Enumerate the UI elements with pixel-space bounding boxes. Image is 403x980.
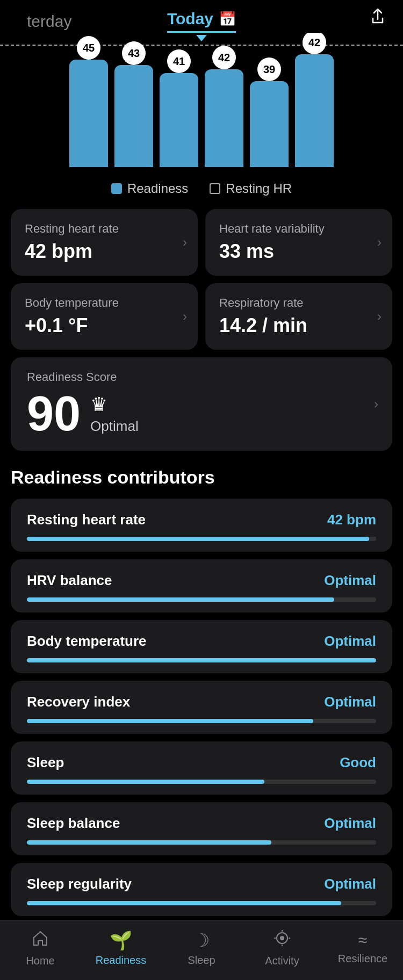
body-temp-value: +0.1 °F [25, 314, 184, 337]
contributor-hrv-name: HRV balance [27, 572, 112, 589]
chart-area: 45 43 41 42 39 42 [0, 33, 403, 172]
bar-label-3: 42 [212, 46, 236, 69]
home-icon [31, 929, 49, 952]
chart-bar-4: 39 [250, 69, 289, 167]
chart-dashed-line [0, 45, 403, 46]
contributor-sleep[interactable]: Sleep Good [11, 741, 392, 795]
body-temp-chevron: › [183, 309, 187, 324]
contributor-sleep-balance-name: Sleep balance [27, 815, 120, 832]
nav-label-readiness: Readiness [96, 954, 147, 967]
bar-0 [69, 60, 108, 167]
chart-bar-3: 42 [205, 57, 243, 167]
contributor-sleep-regularity-bar-fill [27, 901, 341, 905]
contributor-sleep-header: Sleep Good [27, 754, 376, 771]
contributor-hrv-balance[interactable]: HRV balance Optimal [11, 559, 392, 612]
contributor-resting-hr-name: Resting heart rate [27, 511, 146, 528]
bar-2 [160, 73, 198, 167]
contributor-sleep-bar-bg [27, 780, 376, 784]
resp-rate-label: Respiratory rate [219, 296, 378, 310]
contributors-title: Readiness contributors [0, 467, 403, 499]
resting-hr-card[interactable]: Resting heart rate 42 bpm › [11, 209, 198, 276]
nav-item-activity[interactable]: Activity [242, 929, 322, 967]
nav-item-sleep[interactable]: ☽ Sleep [161, 929, 242, 967]
contributor-sleep-value: Good [340, 754, 376, 771]
contributor-recovery-name: Recovery index [27, 694, 130, 710]
contributor-body-temp-value: Optimal [324, 633, 376, 650]
contributor-hrv-value: Optimal [324, 572, 376, 589]
score-main: 90 ♛ Optimal [27, 390, 376, 438]
contributor-resting-hr-bar-fill [27, 537, 369, 541]
chart-legend: Readiness Resting HR [0, 172, 403, 209]
bottom-navigation: Home 🌱 Readiness ☽ Sleep Activity ≈ Resi… [0, 920, 403, 980]
bar-3 [205, 69, 243, 167]
contributor-recovery-index[interactable]: Recovery index Optimal [11, 681, 392, 734]
contributor-sleep-balance[interactable]: Sleep balance Optimal [11, 802, 392, 855]
contributor-sleep-balance-value: Optimal [324, 815, 376, 832]
resting-hr-legend-label: Resting HR [226, 181, 292, 196]
top-navigation: terday Today 📅 [0, 0, 403, 33]
body-temp-card[interactable]: Body temperature +0.1 °F › [11, 283, 198, 350]
contributors-list: Resting heart rate 42 bpm HRV balance Op… [0, 499, 403, 916]
nav-label-resilience: Resilience [338, 953, 387, 965]
contributor-body-temp-header: Body temperature Optimal [27, 633, 376, 650]
readiness-score-card[interactable]: Readiness Score 90 ♛ Optimal › [11, 357, 392, 451]
hrv-label: Heart rate variability [219, 222, 378, 236]
nav-item-home[interactable]: Home [0, 929, 81, 967]
chart-bar-5: 42 [295, 42, 334, 167]
nav-label-activity: Activity [265, 955, 299, 967]
resp-rate-value: 14.2 / min [219, 314, 378, 337]
resting-hr-label: Resting heart rate [25, 222, 184, 236]
contributor-body-temp[interactable]: Body temperature Optimal [11, 620, 392, 673]
activity-icon [273, 929, 291, 952]
share-button[interactable] [369, 8, 387, 30]
contributor-sleep-regularity-header: Sleep regularity Optimal [27, 876, 376, 892]
metrics-grid: Resting heart rate 42 bpm › Heart rate v… [0, 209, 403, 350]
nav-item-resilience[interactable]: ≈ Resilience [322, 931, 403, 965]
nav-label-sleep: Sleep [188, 954, 215, 967]
contributor-recovery-bar-fill [27, 719, 313, 723]
legend-readiness: Readiness [111, 181, 188, 196]
readiness-legend-label: Readiness [127, 181, 188, 196]
nav-today[interactable]: Today 📅 [167, 10, 236, 33]
resting-hr-legend-dot [210, 183, 220, 194]
chart-bar-1: 43 [114, 53, 153, 167]
resilience-icon: ≈ [358, 931, 367, 949]
contributor-sleep-regularity-name: Sleep regularity [27, 876, 132, 892]
bar-label-2: 41 [167, 49, 191, 73]
bar-label-5: 42 [303, 33, 326, 54]
bar-label-4: 39 [257, 57, 281, 81]
resp-rate-card[interactable]: Respiratory rate 14.2 / min › [205, 283, 392, 350]
contributor-sleep-bar-fill [27, 780, 264, 784]
chart-bar-2: 41 [160, 61, 198, 167]
hrv-card[interactable]: Heart rate variability 33 ms › [205, 209, 392, 276]
contributor-sleep-regularity-bar-bg [27, 901, 376, 905]
nav-today-label: Today [167, 10, 213, 28]
resting-hr-chevron: › [183, 235, 187, 250]
readiness-legend-dot [111, 183, 122, 194]
calendar-icon: 📅 [219, 11, 236, 27]
contributor-sleep-balance-bar-fill [27, 840, 271, 845]
chart-bar-0: 45 [69, 48, 108, 167]
hrv-value: 33 ms [219, 240, 378, 263]
bar-1 [114, 65, 153, 167]
nav-item-readiness[interactable]: 🌱 Readiness [81, 929, 161, 967]
score-card-label: Readiness Score [27, 370, 376, 384]
contributor-resting-hr[interactable]: Resting heart rate 42 bpm [11, 499, 392, 552]
score-badge: ♛ Optimal [90, 393, 139, 435]
contributor-sleep-balance-bar-bg [27, 840, 376, 845]
bar-4 [250, 81, 289, 167]
contributor-recovery-header: Recovery index Optimal [27, 694, 376, 710]
nav-label-home: Home [26, 955, 54, 967]
contributor-resting-hr-bar-bg [27, 537, 376, 541]
score-number: 90 [27, 390, 81, 438]
body-temp-label: Body temperature [25, 296, 184, 310]
contributor-recovery-bar-bg [27, 719, 376, 723]
resting-hr-value: 42 bpm [25, 240, 184, 263]
contributor-hrv-bar-bg [27, 597, 376, 602]
contributor-body-temp-name: Body temperature [27, 633, 147, 650]
resp-rate-chevron: › [377, 309, 382, 324]
contributor-sleep-regularity[interactable]: Sleep regularity Optimal [11, 863, 392, 916]
contributor-sleep-name: Sleep [27, 754, 64, 771]
bar-label-1: 43 [122, 41, 146, 65]
nav-yesterday[interactable]: terday [27, 12, 71, 31]
